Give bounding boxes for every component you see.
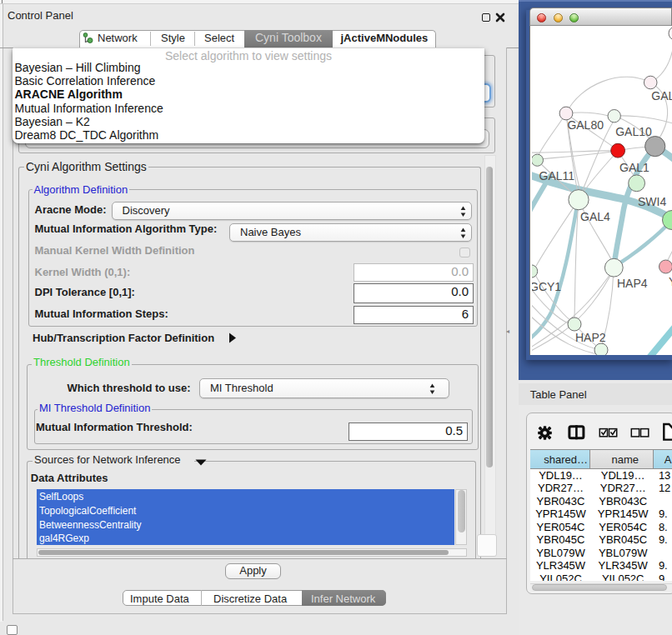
svg-text:HAP2: HAP2: [575, 331, 606, 344]
svg-text:GAL80: GAL80: [567, 118, 604, 132]
svg-text:Y: Y: [669, 275, 672, 288]
svg-text:GCY1: GCY1: [532, 280, 561, 293]
svg-text:GAL7: GAL7: [651, 89, 672, 102]
svg-text:GAL1: GAL1: [619, 161, 649, 174]
svg-text:GAL11: GAL11: [539, 169, 574, 182]
svg-text:SWI4: SWI4: [638, 195, 666, 208]
svg-text:GAL4: GAL4: [580, 210, 610, 223]
svg-text:HAP4: HAP4: [617, 277, 648, 290]
svg-text:GAL10: GAL10: [615, 125, 652, 138]
